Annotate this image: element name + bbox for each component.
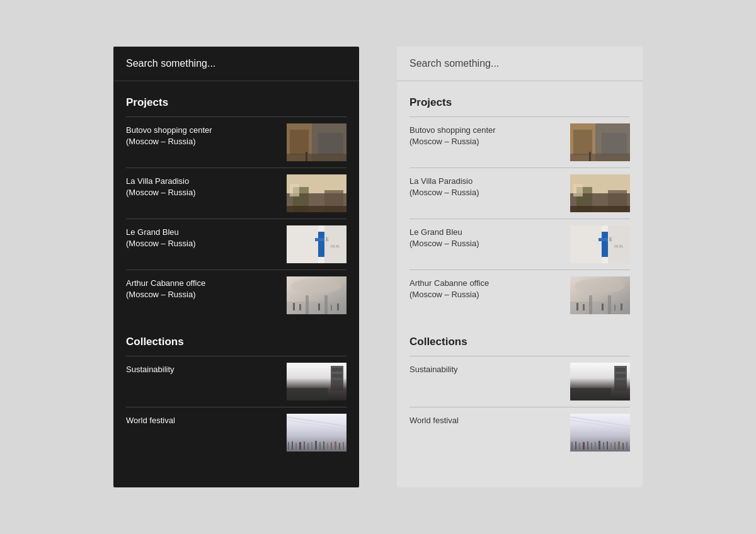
svg-rect-35 — [332, 368, 342, 372]
collections-title-light: Collections — [410, 336, 630, 348]
svg-rect-13 — [290, 184, 299, 196]
svg-rect-45 — [295, 443, 297, 450]
svg-rect-106 — [598, 441, 600, 450]
projects-title-dark: Projects — [126, 96, 346, 109]
list-item[interactable]: Le Grand Bleu(Moscow – Russia) E DE BL — [126, 219, 346, 270]
svg-rect-47 — [304, 441, 305, 450]
svg-rect-46 — [299, 442, 301, 450]
list-item[interactable]: Arthur Cabanne office(Moscow – Russia) — [126, 270, 346, 321]
svg-rect-52 — [323, 441, 324, 450]
svg-rect-62 — [602, 133, 627, 155]
svg-rect-29 — [318, 304, 320, 310]
list-item[interactable]: Le Grand Bleu(Moscow – Russia) E DE BL — [410, 219, 630, 270]
item-text: World festival — [410, 414, 570, 426]
svg-rect-70 — [570, 206, 630, 212]
svg-rect-89 — [621, 304, 622, 310]
list-item[interactable]: Arthur Cabanne office(Moscow – Russia) — [410, 270, 630, 321]
svg-rect-88 — [614, 305, 616, 310]
item-text: Sustainability — [410, 363, 570, 375]
search-bar-dark[interactable]: Search something... — [113, 47, 359, 81]
list-item[interactable]: Butovo shopping center(Moscow – Russia) — [126, 116, 346, 168]
svg-rect-43 — [288, 442, 289, 450]
svg-rect-104 — [591, 443, 592, 450]
svg-rect-48 — [307, 443, 309, 450]
list-item[interactable]: La Villa Paradisio(Moscow – Russia) — [410, 168, 630, 219]
svg-rect-94 — [616, 380, 626, 384]
list-item[interactable]: Sustainability — [126, 356, 346, 407]
item-image — [287, 414, 346, 452]
projects-title-light: Projects — [410, 96, 630, 109]
list-item[interactable]: La Villa Paradisio(Moscow – Russia) — [126, 168, 346, 219]
svg-rect-93 — [616, 374, 626, 378]
svg-rect-31 — [337, 304, 339, 310]
svg-rect-56 — [339, 443, 340, 450]
svg-rect-12 — [287, 206, 346, 212]
svg-rect-51 — [319, 442, 321, 450]
svg-rect-16 — [318, 232, 324, 257]
svg-rect-103 — [587, 441, 588, 450]
light-panel: Search something... Projects Butovo shop… — [397, 47, 643, 487]
svg-text:DE BL: DE BL — [331, 244, 340, 248]
list-item[interactable]: Butovo shopping center(Moscow – Russia) — [410, 116, 630, 168]
svg-text:E: E — [609, 237, 612, 242]
svg-rect-44 — [292, 441, 293, 450]
dark-panel-content: Projects Butovo shopping center(Moscow –… — [113, 81, 359, 487]
svg-rect-30 — [331, 305, 332, 310]
svg-point-23 — [291, 278, 341, 293]
list-item[interactable]: World festival — [410, 407, 630, 458]
svg-rect-71 — [573, 184, 583, 196]
svg-rect-15 — [287, 225, 318, 263]
svg-rect-57 — [343, 442, 344, 450]
svg-rect-63 — [570, 154, 630, 161]
svg-rect-108 — [607, 441, 608, 450]
svg-rect-25 — [306, 295, 309, 314]
item-text: Arthur Cabanne office(Moscow – Russia) — [410, 276, 570, 300]
item-image — [570, 363, 630, 401]
svg-rect-36 — [332, 374, 342, 378]
collections-title-dark: Collections — [126, 336, 346, 348]
item-image — [570, 414, 630, 452]
svg-rect-50 — [315, 441, 317, 450]
svg-rect-74 — [602, 232, 608, 257]
item-image — [570, 174, 630, 212]
svg-rect-5 — [287, 154, 346, 161]
svg-rect-109 — [610, 443, 612, 450]
item-text: Le Grand Bleu(Moscow – Russia) — [410, 225, 570, 249]
svg-text:DE BL: DE BL — [614, 244, 624, 248]
item-image — [287, 174, 346, 212]
svg-point-81 — [575, 278, 625, 293]
item-text: Butovo shopping center(Moscow – Russia) — [126, 123, 287, 147]
item-image: E DE BL — [287, 225, 346, 263]
item-text: Le Grand Bleu(Moscow – Russia) — [126, 225, 287, 249]
svg-rect-38 — [287, 388, 328, 401]
svg-rect-37 — [332, 380, 342, 384]
svg-rect-54 — [331, 442, 332, 450]
item-image — [287, 363, 346, 401]
dark-panel: Search something... Projects Butovo shop… — [113, 47, 359, 487]
svg-rect-101 — [579, 443, 580, 450]
svg-rect-26 — [324, 295, 328, 314]
item-text: Butovo shopping center(Moscow – Russia) — [410, 123, 570, 147]
svg-rect-64 — [589, 152, 591, 161]
svg-rect-28 — [299, 304, 301, 310]
item-text: Sustainability — [126, 363, 287, 375]
svg-rect-100 — [575, 441, 576, 450]
item-text: La Villa Paradisio(Moscow – Russia) — [410, 174, 570, 198]
item-text: La Villa Paradisio(Moscow – Russia) — [126, 174, 287, 198]
svg-rect-86 — [583, 304, 585, 310]
svg-rect-53 — [327, 443, 328, 450]
item-image — [287, 276, 346, 314]
search-bar-light[interactable]: Search something... — [397, 47, 643, 81]
svg-rect-49 — [311, 442, 312, 450]
list-item[interactable]: Sustainability — [410, 356, 630, 407]
svg-rect-112 — [622, 443, 624, 450]
svg-rect-61 — [573, 130, 592, 155]
svg-rect-95 — [570, 388, 611, 401]
svg-rect-84 — [608, 295, 611, 314]
svg-rect-85 — [576, 303, 578, 310]
svg-rect-113 — [626, 442, 627, 450]
light-panel-content: Projects Butovo shopping center(Moscow –… — [397, 81, 643, 487]
svg-rect-107 — [603, 442, 604, 450]
item-text: Arthur Cabanne office(Moscow – Russia) — [126, 276, 287, 300]
list-item[interactable]: World festival — [126, 407, 346, 458]
